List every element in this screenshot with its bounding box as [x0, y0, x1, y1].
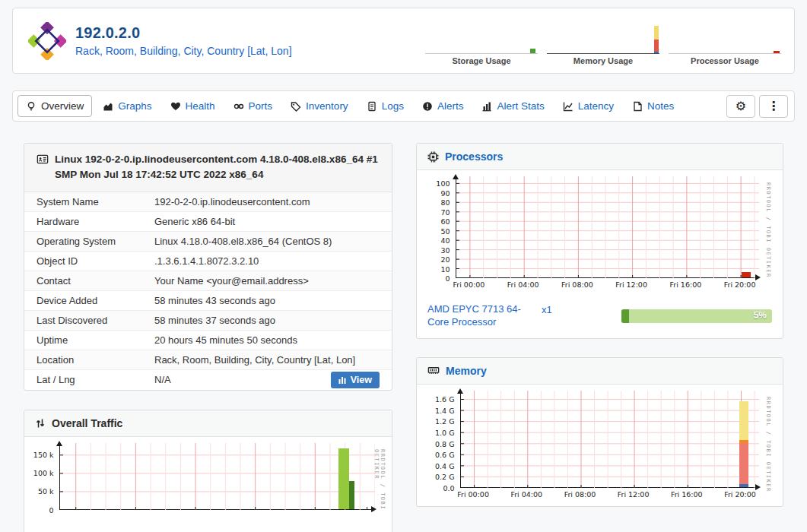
header-mini-graphs: Storage Usage Memory Usage Processor Usa… — [424, 21, 782, 65]
row-value: .1.3.6.1.4.1.8072.3.2.10 — [154, 255, 259, 267]
table-row: Hardware Generic x86 64-bit — [24, 212, 392, 232]
processor-usage-sparkline — [669, 21, 781, 54]
y-tick-label: 40 — [428, 236, 450, 245]
memory-title: Memory — [446, 365, 487, 377]
tab-label: Logs — [382, 100, 404, 112]
tab-health[interactable]: Health — [163, 96, 223, 116]
y-tick-label: 10 — [428, 265, 450, 274]
row-label: Location — [37, 354, 154, 366]
y-tick-label: 1.4 G — [428, 407, 455, 415]
cpu-usage-fill — [621, 309, 629, 323]
x-axis-arrow — [755, 274, 764, 280]
ram-icon — [427, 365, 440, 376]
row-label: Contact — [37, 275, 154, 287]
cpu-count: x1 — [542, 304, 552, 315]
y-axis-arrow — [453, 171, 459, 179]
tab-graphs[interactable]: Graphs — [95, 96, 159, 116]
traffic-series-bar — [349, 481, 354, 509]
x-tick-label: Fri 00:00 — [444, 280, 493, 289]
tab-alerts[interactable]: Alerts — [415, 96, 472, 116]
system-info-table: System Name 192-0-2-0.ip.linodeuserconte… — [24, 192, 392, 390]
y-tick-label: 0.8 G — [428, 440, 455, 448]
sparkline-mark — [774, 51, 780, 54]
tab-notes[interactable]: Notes — [624, 96, 682, 116]
processors-graph[interactable]: 1009080706050403020100Fri 00:00Fri 04:00… — [428, 176, 772, 293]
processors-series-bar — [742, 272, 751, 277]
tab-latency[interactable]: Latency — [555, 96, 621, 116]
x-tick-label: Fri 04:00 — [502, 490, 551, 499]
tab-label: Latency — [578, 100, 614, 112]
table-row: Uptime 20 hours 45 minutes 50 seconds — [24, 331, 392, 350]
cpu-usage-bar: 5% — [621, 309, 772, 323]
alert-circle-icon — [422, 101, 433, 112]
y-tick-label: 1.2 G — [428, 417, 455, 426]
device-location-link[interactable]: Rack, Room, Building, City, Country [Lat… — [75, 45, 292, 57]
rrdtool-watermark: RRDTOOL / TOBI OETIKER — [373, 449, 386, 524]
link-icon — [234, 101, 244, 112]
processor-usage-minigraph[interactable]: Processor Usage — [668, 21, 782, 65]
traffic-arrows-icon — [35, 418, 46, 429]
x-tick-label: Fri 00:00 — [449, 490, 497, 499]
tab-ports[interactable]: Ports — [226, 96, 281, 116]
y-tick-label: 0.6 G — [428, 451, 455, 459]
table-row: Operating System Linux 4.18.0-408.el8.x8… — [24, 232, 392, 252]
x-tick-label: Fri 08:00 — [556, 490, 605, 499]
overall-traffic-graph[interactable]: 150 k100 k50 k0RRDTOOL / TOBI OETIKER — [30, 443, 386, 524]
x-tick-label: Fri 20:00 — [716, 280, 764, 289]
row-value: Rack, Room, Building, City, Country [Lat… — [154, 354, 355, 366]
y-tick-label: 80 — [428, 198, 450, 207]
row-value: 20 hours 45 minutes 50 seconds — [154, 334, 297, 346]
tab-inventory[interactable]: Inventory — [283, 96, 356, 116]
view-location-button[interactable]: View — [331, 372, 380, 388]
note-icon — [632, 101, 643, 112]
traffic-series-bar — [338, 448, 349, 508]
y-tick-label: 100 k — [30, 469, 54, 477]
settings-button[interactable]: ⚙ — [726, 95, 755, 118]
y-tick-label: 0.2 G — [428, 473, 455, 481]
bar-chart-icon — [481, 101, 492, 112]
row-value: N/A — [154, 374, 171, 385]
tab-overview[interactable]: Overview — [17, 95, 92, 117]
memory-usage-label: Memory Usage — [546, 56, 660, 65]
memory-usage-minigraph[interactable]: Memory Usage — [546, 21, 660, 65]
cpu-name-link[interactable]: AMD EPYC 7713 64-Core Processor — [427, 303, 534, 329]
rrdtool-watermark: RRDTOOL / TOBI OETIKER — [765, 397, 771, 492]
device-title[interactable]: 192.0.2.0 — [75, 24, 292, 42]
tag-icon — [291, 101, 301, 112]
tab-label: Ports — [249, 100, 273, 112]
memory-graph[interactable]: 1.6 G1.4 G1.2 G1.0 G0.8 G0.6 G0.4 G0.2 G… — [428, 391, 772, 503]
row-label: Hardware — [37, 216, 154, 227]
device-tab-bar: Overview Graphs Health Ports Inventory L… — [12, 90, 795, 122]
gear-icon: ⚙ — [736, 99, 746, 113]
x-tick-label: Fri 20:00 — [716, 490, 764, 499]
storage-usage-sparkline — [425, 21, 538, 54]
x-tick-label: Fri 16:00 — [662, 490, 711, 499]
tab-label: Alerts — [437, 100, 464, 112]
y-tick-label: 0.4 G — [428, 462, 455, 470]
row-value: Generic x86 64-bit — [154, 216, 235, 227]
row-label: Lat / Lng — [37, 374, 154, 385]
lightbulb-icon — [26, 101, 37, 112]
system-header-text: Linux 192-0-2-0.ip.linodeusercontent.com… — [55, 152, 380, 183]
device-heading: 192.0.2.0 Rack, Room, Building, City, Co… — [75, 24, 292, 57]
tab-logs[interactable]: Logs — [359, 96, 411, 116]
device-header-card: 192.0.2.0 Rack, Room, Building, City, Co… — [12, 8, 795, 74]
row-label: Device Added — [37, 295, 154, 306]
row-value: 58 minutes 43 seconds ago — [154, 295, 275, 306]
row-value: Your Name <your@email.address> — [154, 275, 309, 287]
table-row: Object ID .1.3.6.1.4.1.8072.3.2.10 — [24, 252, 392, 271]
row-label: System Name — [37, 196, 154, 207]
table-row: Location Rack, Room, Building, City, Cou… — [24, 350, 392, 370]
storage-usage-minigraph[interactable]: Storage Usage — [424, 21, 539, 65]
row-label: Operating System — [37, 236, 154, 247]
tab-label: Alert Stats — [497, 100, 544, 112]
sparkline-mark — [530, 49, 535, 53]
row-value: 192-0-2-0.ip.linodeusercontent.com — [154, 196, 310, 207]
tab-alert-stats[interactable]: Alert Stats — [474, 96, 551, 116]
x-tick-label: Fri 16:00 — [661, 280, 710, 289]
row-label: Last Discovered — [37, 315, 154, 326]
processors-title: Processors — [445, 150, 503, 163]
y-tick-label: 50 — [428, 227, 450, 236]
more-menu-button[interactable]: ⋮ — [759, 95, 788, 118]
x-tick-label: Fri 04:00 — [499, 280, 548, 289]
